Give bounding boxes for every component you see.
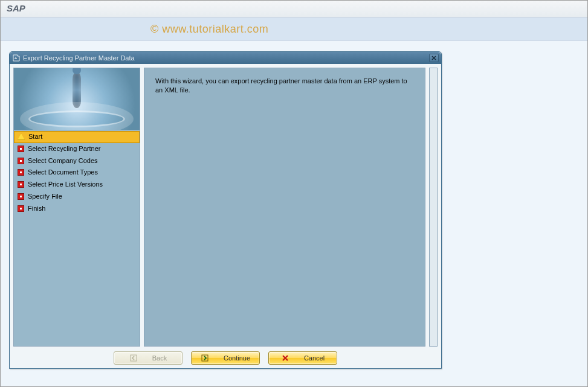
cancel-icon	[281, 354, 289, 362]
step-label: Select Recycling Partner	[28, 145, 100, 153]
step-label: Finish	[28, 205, 45, 213]
export-icon	[12, 54, 21, 62]
continue-button[interactable]: Continue	[191, 351, 260, 365]
pending-icon	[18, 169, 24, 176]
step-select-document-types[interactable]: Select Document Types	[14, 167, 140, 179]
step-label: Specify File	[28, 193, 62, 201]
step-select-recycling-partner[interactable]: Select Recycling Partner	[14, 143, 140, 155]
wizard-left-pane: Start Select Recycling Partner Select Co…	[13, 68, 140, 347]
watermark-text: © www.tutorialkart.com	[150, 23, 268, 36]
pending-icon	[18, 158, 24, 164]
dialog-body: Start Select Recycling Partner Select Co…	[10, 64, 441, 350]
step-label: Start	[28, 133, 42, 141]
app-title: SAP	[7, 3, 25, 13]
step-specify-file[interactable]: Specify File	[14, 191, 140, 203]
wizard-steps: Start Select Recycling Partner Select Co…	[14, 130, 140, 346]
main-area: Export Recycling Partner Master Data Sta…	[1, 40, 587, 387]
step-select-company-codes[interactable]: Select Company Codes	[14, 155, 140, 167]
wizard-content-pane: With this wizard, you can export recycli…	[144, 68, 425, 347]
warning-icon	[18, 133, 25, 140]
dialog-titlebar: Export Recycling Partner Master Data	[10, 52, 441, 64]
back-button: Back	[114, 351, 183, 365]
step-label: Select Company Codes	[28, 157, 98, 165]
button-label: Cancel	[304, 354, 325, 362]
step-start[interactable]: Start	[14, 131, 140, 143]
pending-icon	[18, 193, 24, 200]
step-select-price-list-versions[interactable]: Select Price List Versions	[14, 179, 140, 191]
step-finish[interactable]: Finish	[14, 203, 140, 215]
scrollbar[interactable]	[429, 68, 438, 347]
step-label: Select Document Types	[28, 168, 98, 177]
button-label: Continue	[224, 354, 250, 362]
dialog-button-row: Back Continue Cancel	[10, 350, 441, 368]
button-label: Back	[152, 354, 167, 362]
svg-rect-0	[131, 355, 137, 361]
dialog-title: Export Recycling Partner Master Data	[23, 54, 427, 62]
close-button[interactable]	[429, 54, 439, 62]
arrow-left-icon	[129, 354, 138, 362]
arrow-right-icon	[201, 354, 209, 362]
step-label: Select Price List Versions	[28, 181, 103, 189]
pending-icon	[18, 205, 24, 212]
cancel-button[interactable]: Cancel	[268, 351, 337, 365]
app-header: SAP	[1, 1, 587, 18]
pending-icon	[18, 146, 24, 152]
pending-icon	[18, 181, 24, 188]
app-toolbar: © www.tutorialkart.com	[1, 18, 587, 40]
wizard-description: With this wizard, you can export recycli…	[155, 77, 414, 95]
decorative-image	[14, 68, 140, 130]
wizard-dialog: Export Recycling Partner Master Data Sta…	[9, 51, 442, 369]
svg-rect-1	[202, 355, 208, 361]
